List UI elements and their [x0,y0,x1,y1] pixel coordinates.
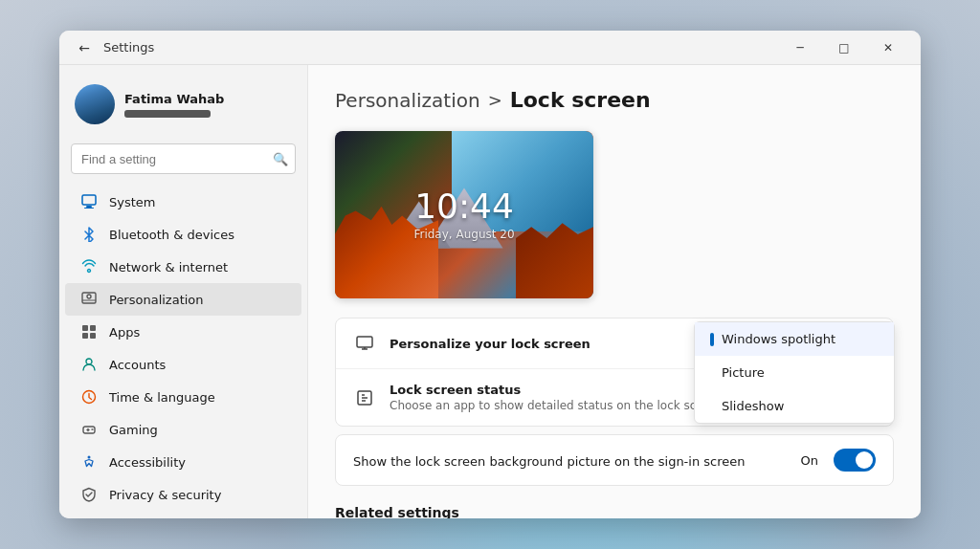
window-controls: ─ □ ✕ [779,33,909,63]
sidebar-label-network: Network & internet [109,260,228,274]
breadcrumb-parent[interactable]: Personalization [335,89,480,112]
sidebar-label-apps: Apps [109,325,140,340]
user-section: Fatima Wahab [59,77,307,140]
dropdown-label-spotlight: Windows spotlight [722,332,835,346]
bluetooth-icon [80,226,98,243]
sidebar-item-system[interactable]: System [65,186,301,218]
svg-rect-2 [84,208,94,209]
svg-rect-0 [82,195,96,205]
svg-rect-13 [357,337,372,347]
sidebar-item-time[interactable]: Time & language [65,381,301,413]
sidebar-label-personalization: Personalization [109,293,204,307]
sign-in-row: Show the lock screen background picture … [335,434,894,486]
search-box: 🔍 [71,143,296,174]
sidebar-item-privacy[interactable]: Privacy & security [65,478,301,511]
user-name: Fatima Wahab [124,92,224,106]
toggle-switch[interactable] [834,449,876,472]
sidebar-label-privacy: Privacy & security [109,488,221,502]
dropdown-panel: Windows spotlight Picture Slideshow [694,321,895,424]
dropdown-item-spotlight[interactable]: Windows spotlight [695,322,894,356]
svg-rect-6 [90,325,96,331]
sidebar-label-bluetooth: Bluetooth & devices [109,228,234,242]
svg-rect-5 [82,325,88,331]
user-info: Fatima Wahab [124,92,224,118]
lock-date: Friday, August 20 [413,228,514,241]
window-body: Fatima Wahab 🔍 System Bluetooth & device… [59,65,921,518]
personalization-icon [80,291,98,308]
dropdown-label-slideshow: Slideshow [722,399,784,413]
back-button[interactable]: ← [71,34,98,61]
dropdown-item-picture[interactable]: Picture [695,356,894,389]
related-settings-label: Related settings [335,505,894,518]
lock-screen-preview: 10:44 Friday, August 20 [335,131,593,298]
accounts-icon [80,356,98,373]
svg-rect-8 [90,333,96,339]
svg-point-9 [86,359,92,364]
svg-point-12 [88,456,91,459]
dropdown-item-slideshow[interactable]: Slideshow [695,389,894,423]
sidebar-label-system: System [109,195,155,209]
svg-rect-1 [86,206,92,208]
privacy-icon [80,486,98,503]
sign-in-label: Show the lock screen background picture … [353,454,746,469]
sidebar-item-accessibility[interactable]: Accessibility [65,446,301,478]
sidebar-item-gaming[interactable]: Gaming [65,413,301,446]
sidebar-label-accessibility: Accessibility [109,455,186,470]
close-button[interactable]: ✕ [867,33,909,63]
time-icon [80,388,98,406]
sidebar-item-accounts[interactable]: Accounts [65,348,301,381]
window-title: Settings [103,40,154,55]
monitor-icon [353,332,376,355]
network-icon [80,258,98,275]
status-icon [353,386,376,409]
minimize-button[interactable]: ─ [779,33,821,63]
dropdown-label-picture: Picture [722,365,765,380]
maximize-button[interactable]: □ [823,33,865,63]
apps-icon [80,323,98,340]
settings-window: ← Settings ─ □ ✕ Fatima Wahab 🔍 [59,31,921,518]
sidebar-item-bluetooth[interactable]: Bluetooth & devices [65,218,301,251]
breadcrumb: Personalization > Lock screen [335,88,894,112]
user-subtitle [124,110,211,118]
check-mark-spotlight [710,333,714,346]
toggle-control: On [801,449,876,472]
lock-time: 10:44 [414,189,514,224]
gaming-icon [80,421,98,438]
search-input[interactable] [71,143,296,174]
accessibility-icon [80,453,98,471]
title-bar: ← Settings ─ □ ✕ [59,31,921,65]
sidebar-label-time: Time & language [109,390,215,405]
sidebar-label-accounts: Accounts [109,358,166,372]
toggle-status: On [801,453,818,468]
sidebar-item-apps[interactable]: Apps [65,316,301,348]
sidebar-item-network[interactable]: Network & internet [65,251,301,283]
breadcrumb-separator: > [488,90,502,110]
svg-point-4 [87,295,91,298]
avatar [75,84,115,124]
sidebar: Fatima Wahab 🔍 System Bluetooth & device… [59,65,308,518]
breadcrumb-current: Lock screen [510,88,651,112]
sidebar-label-gaming: Gaming [109,423,158,437]
main-content: Personalization > Lock screen 10:44 [308,65,921,518]
sign-in-label-section: Show the lock screen background picture … [353,451,788,470]
lock-preview-background: 10:44 Friday, August 20 [335,131,593,298]
sidebar-item-personalization[interactable]: Personalization [65,283,301,316]
system-icon [80,193,98,210]
svg-rect-7 [82,333,88,339]
search-icon: 🔍 [273,152,288,166]
personalize-section: Personalize your lock screen Lock screen… [335,318,894,427]
